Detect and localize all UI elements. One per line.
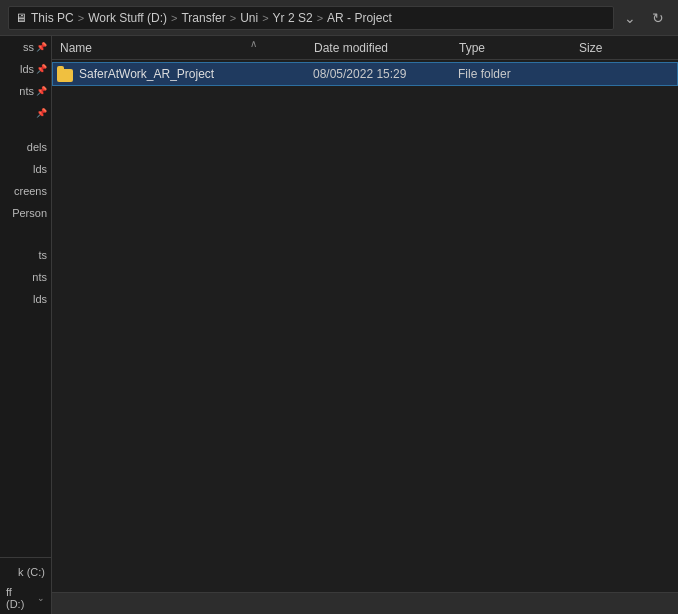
dropdown-button[interactable]: ⌄ bbox=[618, 6, 642, 30]
sidebar-label-dels: dels bbox=[27, 141, 47, 153]
computer-icon: 🖥 bbox=[15, 11, 27, 25]
sidebar-label-lds2: lds bbox=[33, 163, 47, 175]
folder-icon bbox=[57, 66, 73, 82]
sidebar-item-lds2[interactable]: lds bbox=[0, 158, 51, 180]
file-date-modified: 08/05/2022 15:29 bbox=[313, 67, 458, 81]
sort-arrow: ∧ bbox=[250, 38, 257, 49]
sidebar-item-nts[interactable]: nts 📌 bbox=[0, 80, 51, 102]
sidebar-label-nts2: nts bbox=[32, 271, 47, 283]
content-area: ∧ Name Date modified Type Size SaferAtWo… bbox=[52, 36, 678, 614]
sidebar-label-creens: creens bbox=[14, 185, 47, 197]
col-header-name[interactable]: Name bbox=[56, 41, 310, 55]
sidebar-item-pinned-4[interactable]: 📌 bbox=[0, 102, 51, 124]
breadcrumb-this-pc[interactable]: This PC bbox=[31, 11, 74, 25]
pin-icon-1: 📌 bbox=[36, 64, 47, 74]
col-header-date[interactable]: Date modified bbox=[310, 41, 455, 55]
breadcrumb-sep-1: > bbox=[171, 12, 177, 24]
breadcrumb-sep-0: > bbox=[78, 12, 84, 24]
sidebar-item-lds3[interactable]: lds bbox=[0, 288, 51, 310]
drive-c-label: k (C:) bbox=[18, 566, 45, 578]
drive-d-label: ff (D:) bbox=[6, 586, 33, 610]
col-header-size[interactable]: Size bbox=[575, 41, 655, 55]
sidebar-drive-d[interactable]: ff (D:) ⌄ bbox=[0, 582, 51, 614]
sidebar-label-person: Person bbox=[12, 207, 47, 219]
breadcrumb-work-stuff[interactable]: Work Stuff (D:) bbox=[88, 11, 167, 25]
sidebar-item-ss[interactable]: ss 📌 bbox=[0, 36, 51, 58]
sidebar-label-nts: nts bbox=[19, 85, 34, 97]
file-type: File folder bbox=[458, 67, 578, 81]
breadcrumb-sep-3: > bbox=[262, 12, 268, 24]
column-headers: ∧ Name Date modified Type Size bbox=[52, 36, 678, 60]
sidebar-drives: k (C:) ff (D:) ⌄ bbox=[0, 557, 51, 614]
main-container: ss 📌 lds 📌 nts 📌 📌 dels lds bbox=[0, 36, 678, 614]
breadcrumb-ar-project[interactable]: AR - Project bbox=[327, 11, 392, 25]
sidebar-item-person[interactable]: Person bbox=[0, 202, 51, 224]
pin-icon-3: 📌 bbox=[36, 108, 47, 118]
sidebar: ss 📌 lds 📌 nts 📌 📌 dels lds bbox=[0, 36, 52, 614]
sidebar-label-ss: ss bbox=[23, 41, 34, 53]
folder-shape bbox=[57, 69, 73, 82]
pin-icon-0: 📌 bbox=[36, 42, 47, 52]
sidebar-item-creens[interactable]: creens bbox=[0, 180, 51, 202]
breadcrumb-sep-2: > bbox=[230, 12, 236, 24]
refresh-button[interactable]: ↻ bbox=[646, 6, 670, 30]
sidebar-label-lds3: lds bbox=[33, 293, 47, 305]
pin-icon-2: 📌 bbox=[36, 86, 47, 96]
status-bar bbox=[52, 592, 678, 614]
sidebar-label-ts: ts bbox=[38, 249, 47, 261]
sidebar-item-nts2[interactable]: nts bbox=[0, 266, 51, 288]
breadcrumb-uni[interactable]: Uni bbox=[240, 11, 258, 25]
sidebar-item-dels[interactable]: dels bbox=[0, 136, 51, 158]
table-row[interactable]: SaferAtWork_AR_Project 08/05/2022 15:29 … bbox=[52, 62, 678, 86]
breadcrumb-transfer[interactable]: Transfer bbox=[181, 11, 225, 25]
breadcrumb-sep-4: > bbox=[317, 12, 323, 24]
sidebar-label-lds: lds bbox=[20, 63, 34, 75]
title-bar: 🖥 This PC > Work Stuff (D:) > Transfer >… bbox=[0, 0, 678, 36]
sidebar-drive-c[interactable]: k (C:) bbox=[0, 562, 51, 582]
breadcrumb-area[interactable]: 🖥 This PC > Work Stuff (D:) > Transfer >… bbox=[8, 6, 614, 30]
sidebar-scroll[interactable]: ss 📌 lds 📌 nts 📌 📌 dels lds bbox=[0, 36, 51, 557]
file-list[interactable]: SaferAtWork_AR_Project 08/05/2022 15:29 … bbox=[52, 60, 678, 592]
sidebar-item-lds[interactable]: lds 📌 bbox=[0, 58, 51, 80]
col-header-type[interactable]: Type bbox=[455, 41, 575, 55]
breadcrumb-yr2s2[interactable]: Yr 2 S2 bbox=[273, 11, 313, 25]
file-name: SaferAtWork_AR_Project bbox=[79, 67, 313, 81]
drive-d-expand[interactable]: ⌄ bbox=[37, 593, 45, 603]
sidebar-item-ts[interactable]: ts bbox=[0, 244, 51, 266]
